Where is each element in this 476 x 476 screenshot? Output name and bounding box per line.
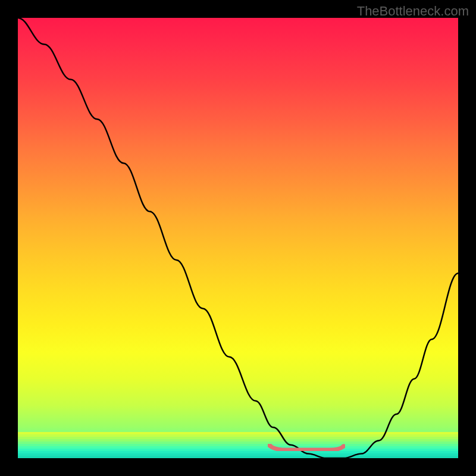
optimal-range-highlight <box>268 444 345 451</box>
watermark-text: TheBottleneck.com <box>357 4 469 19</box>
chart-area <box>18 18 458 458</box>
bottleneck-curve-line <box>18 18 458 458</box>
